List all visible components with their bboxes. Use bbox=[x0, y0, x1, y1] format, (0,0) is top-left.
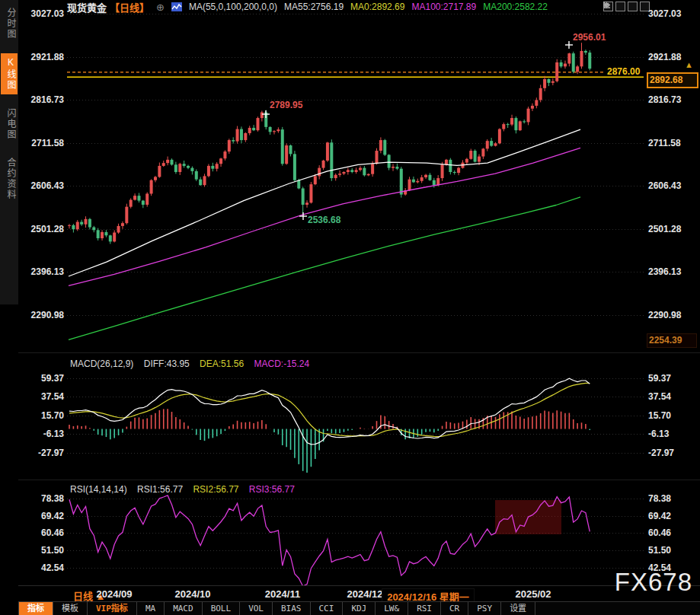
toolbar-item-BOLL[interactable]: BOLL bbox=[203, 602, 241, 615]
axis-tick-label: -6.13 bbox=[648, 429, 669, 439]
range-low-box: 2254.39 bbox=[647, 333, 697, 348]
toolbar-item-设置[interactable]: 设置 bbox=[501, 602, 535, 615]
axis-tick-label: 78.38 bbox=[20, 493, 64, 504]
add-indicator-icon[interactable]: ⊕ bbox=[156, 2, 165, 13]
toolbar-item-CR[interactable]: CR bbox=[441, 602, 468, 615]
axis-tick-label: 60.46 bbox=[20, 527, 64, 538]
kline-chart-canvas[interactable] bbox=[0, 0, 700, 615]
indicator-toolbar: 指标模板VIP指标MAMACDBOLLVOLBIASCCIKDJLW&RSICR… bbox=[18, 601, 700, 615]
axis-tick-label: 3027.03 bbox=[648, 8, 681, 19]
macd-dea-value: DEA:51.56 bbox=[200, 358, 244, 369]
date-tick-label: 2024/10 bbox=[175, 588, 211, 600]
toolbar-item-VOL[interactable]: VOL bbox=[240, 602, 273, 615]
axis-tick-label: 59.37 bbox=[648, 373, 671, 384]
axis-tick-label: 59.37 bbox=[20, 373, 64, 384]
toolbar-item-MA[interactable]: MA bbox=[137, 602, 165, 615]
axis-tick-label: 2396.13 bbox=[20, 266, 64, 277]
date-tick-label: 2025/02 bbox=[516, 588, 551, 600]
toolbar-item-PSY[interactable]: PSY bbox=[468, 602, 501, 615]
toolbar-item-LW&[interactable]: LW& bbox=[376, 602, 408, 615]
axis-tick-label: 69.42 bbox=[20, 511, 64, 521]
macd-header: MACD(26,12,9) DIFF:43.95 DEA:51.56 MACD:… bbox=[70, 358, 317, 369]
period-badge[interactable]: 【日线】 bbox=[110, 0, 149, 14]
axis-tick-label: 2606.43 bbox=[648, 180, 681, 191]
axis-tick-label: 2921.88 bbox=[20, 52, 64, 62]
axis-tick-label: 51.50 bbox=[20, 545, 64, 556]
toolbar-item-MACD[interactable]: MACD bbox=[165, 602, 203, 615]
macd-macd-value: MACD:-15.24 bbox=[254, 358, 309, 369]
macd-formula: MACD(26,12,9) bbox=[70, 358, 133, 369]
high-annotation-2956: 2956.01 bbox=[573, 32, 606, 43]
axis-tick-label: 69.42 bbox=[648, 511, 671, 521]
ma55-value: MA55:2756.19 bbox=[284, 2, 344, 12]
axis-tick-label: 42.54 bbox=[20, 562, 64, 573]
date-tick-label: 2024/12 bbox=[347, 588, 383, 600]
trading-app: { "app": {"watermark": "FX678"}, "sideba… bbox=[0, 0, 700, 615]
axis-tick-label: 60.46 bbox=[648, 527, 671, 538]
date-tick-label: 2024/11 bbox=[265, 588, 300, 600]
axis-tick-label: 2501.28 bbox=[648, 224, 681, 234]
axis-tick-label: 2396.13 bbox=[648, 266, 681, 277]
axis-tick-label: 2921.88 bbox=[648, 52, 681, 62]
axis-tick-label: 2606.43 bbox=[20, 180, 64, 191]
symbol-title: 现货黄金 bbox=[67, 0, 107, 14]
axis-tick-label: 78.38 bbox=[648, 493, 671, 504]
chart-tool-icons bbox=[603, 2, 650, 11]
axis-tick-label: 2711.58 bbox=[648, 138, 681, 148]
axis-frame-icon[interactable] bbox=[615, 2, 625, 11]
ma0-value: MA0:2892.69 bbox=[350, 2, 404, 12]
toolbar-item-指标[interactable]: 指标 bbox=[18, 602, 53, 615]
axis-tick-label: 2711.58 bbox=[20, 138, 64, 148]
price-marker-arrow-icon: ▲ bbox=[685, 60, 693, 69]
sidebar-tab-kline-3[interactable]: 合约资料 bbox=[1, 154, 18, 204]
toolbar-item-BIAS[interactable]: BIAS bbox=[273, 602, 311, 615]
axis-tick-label: 2816.73 bbox=[648, 94, 681, 105]
axis-tick-label: -27.97 bbox=[20, 448, 64, 458]
date-tick-label: 2024/09 bbox=[97, 588, 133, 600]
high-annotation-2789: 2789.95 bbox=[270, 100, 302, 110]
axis-tick-label: -6.13 bbox=[20, 429, 64, 439]
hline-label-2876: 2876.00 bbox=[607, 66, 640, 77]
axis-tick-label: 2290.98 bbox=[20, 310, 64, 320]
left-sidebar: 分时图K线图闪电图合约资料 bbox=[0, 0, 18, 615]
date-axis: 日线 ▲ 2024/092024/102024/112024/122024/12… bbox=[18, 585, 700, 602]
axis-tick-label: 37.54 bbox=[648, 391, 671, 402]
ma-formula: MA(55,0,100,200,0,0) bbox=[189, 2, 277, 12]
axis-tick-label: 37.54 bbox=[20, 391, 64, 402]
axis-tick-label: 15.70 bbox=[648, 410, 671, 421]
toolbar-item-KDJ[interactable]: KDJ bbox=[343, 602, 376, 615]
axis-tick-label: 2290.98 bbox=[648, 310, 681, 320]
toolbar-item-CCI[interactable]: CCI bbox=[311, 602, 344, 615]
low-annotation-2536: 2536.68 bbox=[308, 215, 340, 225]
crosshair-icon[interactable] bbox=[603, 2, 613, 11]
chart-type-icon[interactable] bbox=[171, 2, 182, 11]
sidebar-tab-time[interactable]: 分时图 bbox=[1, 4, 18, 43]
current-price-box: 2892.68 bbox=[647, 72, 698, 88]
axis-play-icon[interactable] bbox=[628, 2, 638, 11]
chart-header: 现货黄金 【日线】 ⊕ MA(55,0,100,200,0,0) MA55:27… bbox=[67, 1, 548, 13]
sidebar-tab-kline-1[interactable]: K线图 bbox=[1, 53, 18, 94]
rsi-formula: RSI(14,14,14) bbox=[70, 484, 127, 495]
axis-tick-label: 2501.28 bbox=[20, 224, 64, 234]
ma200-value: MA200:2582.22 bbox=[483, 2, 548, 12]
toolbar-item-VIP指标[interactable]: VIP指标 bbox=[88, 602, 137, 615]
macd-diff-value: DIFF:43.95 bbox=[144, 358, 190, 369]
sidebar-tab-kline-2[interactable]: 闪电图 bbox=[1, 104, 18, 144]
rsi2-value: RSI2:56.77 bbox=[193, 484, 238, 495]
axis-tick-label: 51.50 bbox=[648, 545, 671, 556]
fx678-watermark: FX678 bbox=[615, 568, 692, 597]
axis-tick-label: 2816.73 bbox=[20, 94, 64, 105]
rsi-header: RSI(14,14,14) RSI1:56.77 RSI2:56.77 RSI3… bbox=[70, 484, 302, 495]
toolbar-item-模板[interactable]: 模板 bbox=[53, 602, 88, 615]
axis-tick-label: -27.97 bbox=[648, 448, 674, 458]
rsi3-value: RSI3:56.77 bbox=[249, 484, 295, 495]
rsi1-value: RSI1:56.77 bbox=[137, 484, 183, 495]
ma100-value: MA100:2717.89 bbox=[411, 2, 476, 12]
axis-tick-label: 3027.03 bbox=[20, 8, 64, 19]
toolbar-item-RSI[interactable]: RSI bbox=[408, 602, 441, 615]
axis-tick-label: 15.70 bbox=[20, 410, 64, 421]
